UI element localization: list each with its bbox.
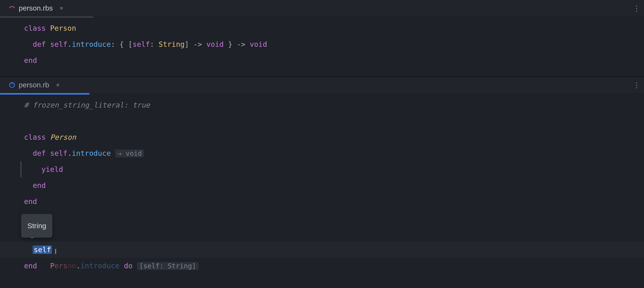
selected-text: self — [33, 246, 52, 254]
code-line: end — [24, 193, 644, 210]
tab-bar: person.rbs × ⋮ — [0, 0, 644, 16]
tab-label: person.rb — [19, 81, 49, 89]
inlay-hint-return: → void — [115, 150, 144, 157]
ruby-type-icon — [9, 5, 16, 11]
gutter-indent-guide — [20, 161, 22, 177]
code-editor-bottom[interactable]: # frozen_string_literal: true class Pers… — [0, 95, 644, 274]
code-line — [24, 210, 644, 226]
tab-label: person.rbs — [19, 4, 53, 12]
code-line: def self.introduce → void — [24, 145, 644, 161]
tab-person-rb[interactable]: person.rb × — [0, 77, 68, 93]
close-icon[interactable]: × — [55, 82, 61, 88]
code-line: yield — [24, 161, 644, 177]
editor-pane-bottom: person.rb × ⋮ # frozen_string_literal: t… — [0, 77, 644, 274]
code-line: # frozen_string_literal: true — [24, 97, 644, 113]
code-line: Person.introduce do [self: String] — [24, 226, 644, 242]
more-icon[interactable]: ⋮ — [633, 81, 641, 89]
tab-person-rbs[interactable]: person.rbs × — [0, 0, 71, 16]
ruby-file-icon — [9, 82, 16, 88]
editor-pane-top: person.rbs × ⋮ class Person def self.int… — [0, 0, 644, 77]
code-line: class Person — [24, 20, 644, 36]
close-icon[interactable]: × — [59, 5, 64, 11]
code-editor-top[interactable]: class Person def self.introduce: { [self… — [0, 18, 644, 68]
code-line: class Person — [24, 129, 644, 145]
code-line — [24, 113, 644, 129]
code-line: end — [24, 258, 644, 274]
code-line: end — [24, 177, 644, 193]
more-icon[interactable]: ⋮ — [633, 4, 641, 12]
code-line: end — [24, 52, 644, 68]
hover-tooltip: String — [21, 214, 52, 238]
text-cursor — [52, 244, 52, 252]
tab-bar: person.rb × ⋮ — [0, 77, 644, 93]
code-line: def self.introduce: { [self: String] -> … — [24, 36, 644, 52]
code-line: self — [24, 242, 644, 258]
